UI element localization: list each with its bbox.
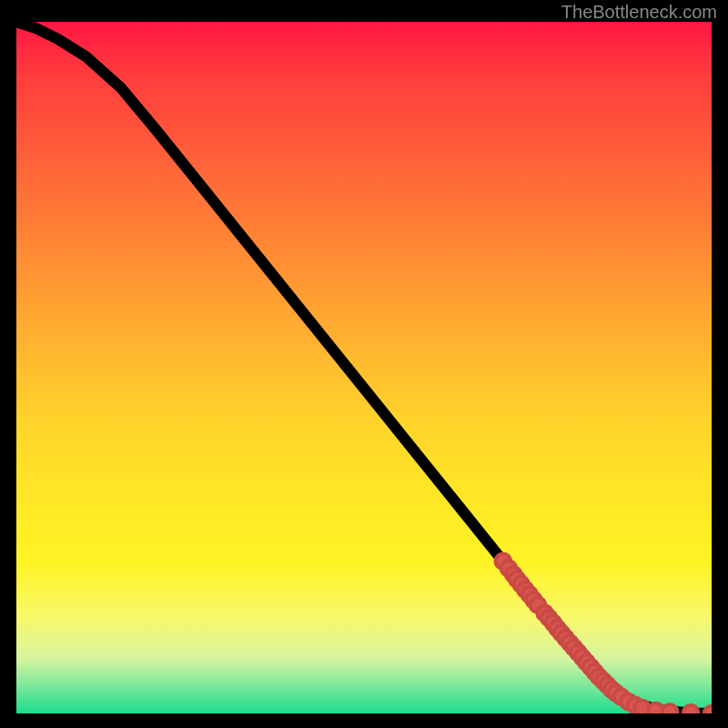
data-points-group [495,553,712,713]
bottleneck-curve-line [16,22,712,713]
chart-plot-area [16,22,712,713]
chart-svg [16,22,712,713]
data-point [662,704,678,713]
data-point [704,706,712,713]
data-point [683,705,699,713]
watermark-text: TheBottleneck.com [561,2,717,23]
